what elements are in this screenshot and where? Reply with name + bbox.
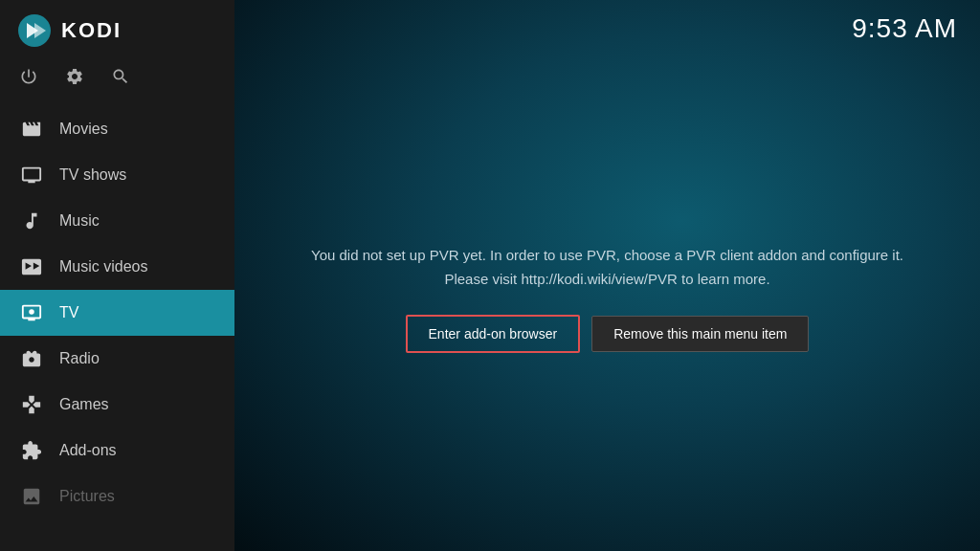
sidebar-item-tv[interactable]: TV (0, 290, 234, 336)
sidebar-item-tv-shows[interactable]: TV shows (0, 152, 234, 198)
pvr-message: You did not set up PVR yet. In order to … (311, 243, 903, 292)
svg-point-3 (29, 309, 34, 315)
music-icon (19, 209, 44, 233)
sidebar-music-label: Music (59, 212, 100, 230)
sidebar-item-music[interactable]: Music (0, 198, 234, 244)
search-icon[interactable] (111, 67, 130, 91)
sidebar-radio-label: Radio (59, 350, 100, 367)
addons-icon (19, 438, 44, 463)
sidebar-item-radio[interactable]: Radio (0, 336, 234, 382)
enter-addon-browser-button[interactable]: Enter add-on browser (406, 315, 581, 353)
topbar: 9:53 AM (234, 0, 980, 44)
sidebar-item-movies[interactable]: Movies (0, 106, 234, 152)
sidebar-item-games[interactable]: Games (0, 382, 234, 428)
app-title: KODI (61, 18, 122, 43)
app-header: KODI (0, 0, 234, 61)
sidebar-games-label: Games (59, 396, 109, 413)
radio-icon (19, 346, 44, 371)
tv-live-icon (19, 300, 44, 325)
movies-icon (19, 117, 44, 142)
remove-menu-item-button[interactable]: Remove this main menu item (591, 316, 809, 352)
content-area: You did not set up PVR yet. In order to … (234, 44, 980, 551)
power-icon[interactable] (19, 67, 38, 91)
kodi-logo-icon (17, 13, 52, 48)
sidebar-nav: Movies TV shows Music Music videos TV (0, 106, 234, 551)
clock: 9:53 AM (852, 13, 957, 44)
pictures-icon (19, 484, 44, 509)
main-content: 9:53 AM You did not set up PVR yet. In o… (234, 0, 980, 551)
games-icon (19, 392, 44, 417)
pvr-message-line1: You did not set up PVR yet. In order to … (311, 247, 903, 263)
sidebar-add-ons-label: Add-ons (59, 442, 117, 459)
sidebar-item-music-videos[interactable]: Music videos (0, 244, 234, 290)
top-controls (0, 61, 234, 106)
sidebar-movies-label: Movies (59, 121, 108, 138)
pvr-message-line2: Please visit http://kodi.wiki/view/PVR t… (444, 271, 769, 287)
action-buttons: Enter add-on browser Remove this main me… (406, 315, 810, 353)
sidebar-pictures-label: Pictures (59, 488, 115, 505)
sidebar-tv-label: TV (59, 304, 78, 321)
sidebar-tv-shows-label: TV shows (59, 166, 126, 184)
music-video-icon (19, 254, 44, 279)
sidebar: KODI Movies TV shows (0, 0, 234, 551)
tv-shows-icon (19, 163, 44, 187)
settings-icon[interactable] (65, 67, 84, 91)
sidebar-item-pictures[interactable]: Pictures (0, 474, 234, 519)
sidebar-item-add-ons[interactable]: Add-ons (0, 428, 234, 474)
sidebar-music-videos-label: Music videos (59, 258, 147, 276)
